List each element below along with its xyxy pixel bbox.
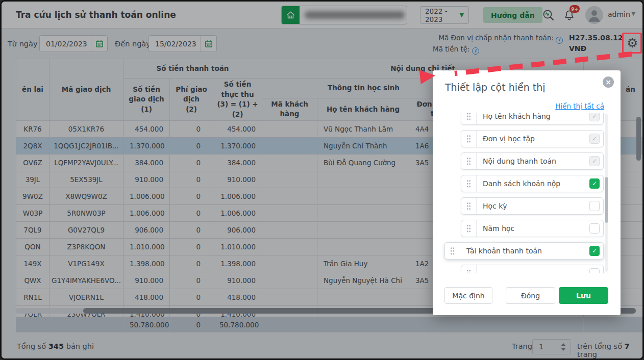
column-item[interactable]: ✓ [461, 265, 604, 273]
modal-scrollbar-thumb[interactable] [605, 177, 608, 223]
modal-title: Thiết lập cột hiển thị [445, 82, 546, 93]
checkbox[interactable]: ✓ [589, 201, 600, 211]
drag-handle-icon[interactable] [461, 175, 477, 192]
show-all-link[interactable]: Hiển thị tất cả [555, 102, 604, 110]
column-item[interactable]: Năm học✓ [461, 220, 604, 237]
drag-handle-icon[interactable] [461, 131, 477, 147]
column-item-label: Tài khoản thanh toán [460, 247, 589, 255]
checkbox[interactable]: ✓ [589, 178, 600, 189]
checkbox[interactable]: ✓ [589, 268, 600, 273]
column-item[interactable]: Tài khoản thanh toán✓ [444, 242, 604, 260]
checkbox[interactable]: ✓ [589, 134, 600, 144]
gear-highlight-annotation [622, 33, 642, 54]
column-item[interactable]: Học kỳ✓ [461, 197, 604, 215]
column-item-label: Năm học [477, 224, 589, 233]
drag-handle-icon[interactable] [461, 153, 477, 169]
column-item[interactable]: Nội dung thanh toán✓ [461, 152, 604, 170]
drag-handle-icon[interactable] [461, 265, 477, 273]
column-item-label: Đơn vị học tập [477, 135, 589, 143]
column-item[interactable]: Họ tên khách hàng✓ [461, 113, 604, 125]
checkbox[interactable]: ✓ [589, 246, 600, 256]
column-item-label: Nội dung thanh toán [477, 157, 589, 165]
drag-handle-icon[interactable] [445, 243, 460, 259]
column-item-label: Danh sách khoản nộp [477, 179, 589, 188]
column-list: Họ tên khách hàng✓Đơn vị học tập✓Nội dun… [438, 113, 610, 273]
checkbox[interactable]: ✓ [589, 223, 600, 234]
checkbox[interactable]: ✓ [589, 113, 600, 121]
column-settings-modal: Thiết lập cột hiển thị × Hiển thị tất cả… [433, 70, 621, 315]
checkbox[interactable]: ✓ [589, 156, 600, 166]
column-item-label: Họ tên khách hàng [477, 113, 589, 120]
default-button[interactable]: Mặc định [444, 287, 492, 304]
column-item[interactable]: Đơn vị học tập✓ [461, 130, 604, 147]
app-window: Tra cứu lịch sử thanh toán online 2022 -… [0, 0, 644, 360]
close-button[interactable]: Đóng [506, 287, 555, 304]
drag-handle-icon[interactable] [461, 198, 477, 214]
drag-handle-icon[interactable] [461, 220, 477, 237]
column-item-label: Học kỳ [477, 202, 589, 210]
column-item[interactable]: Danh sách khoản nộp✓ [461, 175, 604, 192]
save-button[interactable]: Lưu [559, 287, 608, 304]
close-icon[interactable]: × [603, 76, 614, 88]
modal-scrollbar[interactable] [605, 114, 608, 272]
drag-handle-icon[interactable] [461, 113, 477, 124]
